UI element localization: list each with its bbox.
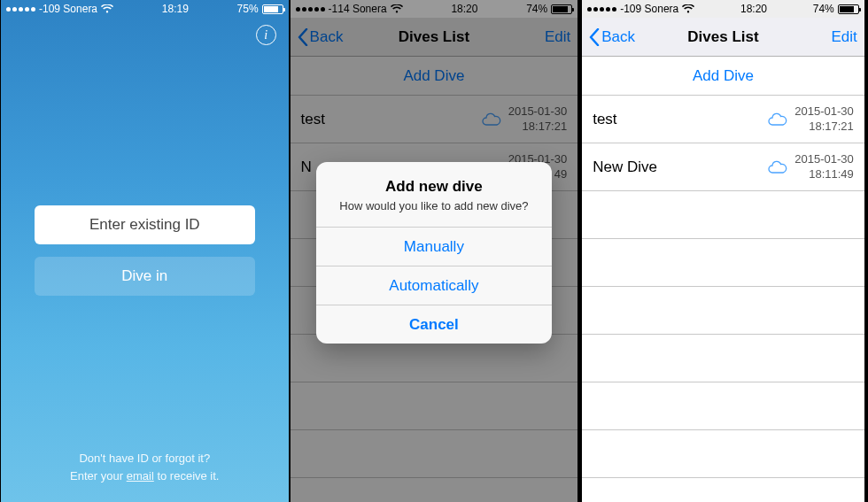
screen-login: -109 Sonera 18:19 75% i Enter existing I… [0,0,290,502]
dive-in-button[interactable]: Dive in [35,257,255,296]
edit-label: Edit [831,28,856,46]
list-item [582,287,864,335]
alert-cancel-button[interactable]: Cancel [316,305,553,344]
nav-bar: Back Dives List Edit [582,18,864,57]
dive-name: New Dive [593,158,657,176]
screen-dives-list: -109 Sonera 18:20 74% Back Dives List Ed… [578,0,868,502]
cloud-icon [768,160,787,174]
screen-dives-alert: -114 Sonera 18:20 74% Back Dives List Ed… [290,0,579,502]
footer-email-link[interactable]: email [127,469,154,483]
clock-label: 18:19 [162,3,189,15]
alert-option-label: Manually [404,238,464,256]
info-icon: i [256,25,276,45]
alert-cancel-label: Cancel [409,316,459,334]
alert-option-label: Automatically [389,277,478,295]
alert-option-automatically[interactable]: Automatically [316,266,553,305]
wifi-icon [101,4,113,13]
dive-date: 2015-01-30 [794,152,854,166]
status-bar: -109 Sonera 18:20 74% [582,0,864,18]
dives-list: Add Dive test 2015-01-3018:17:21 New Div… [582,57,864,502]
dive-name: test [593,111,616,128]
battery-pct: 75% [237,3,259,15]
battery-icon [838,4,859,14]
info-button[interactable]: i [256,25,276,45]
add-dive-button[interactable]: Add Dive [582,57,864,96]
carrier-label: -109 Sonera [39,3,97,15]
dive-date: 2015-01-30 [794,104,854,119]
footer-prefix: Enter your [70,469,127,483]
add-dive-label: Add Dive [693,67,754,85]
list-item [582,191,864,239]
back-label: Back [601,28,635,46]
signal-dots-icon [6,7,35,12]
list-item[interactable]: New Dive 2015-01-3018:11:49 [582,143,864,191]
alert-message: How would you like to add new dive? [330,199,539,212]
list-item [582,430,864,478]
dive-time: 18:17:21 [809,120,854,134]
dive-time: 18:11:49 [809,167,854,181]
back-button[interactable]: Back [589,28,635,46]
add-dive-alert: Add new dive How would you like to add n… [316,162,553,344]
battery-pct: 74% [813,3,834,15]
carrier-label: -109 Sonera [620,3,678,15]
list-item[interactable]: test 2015-01-3018:17:21 [582,96,864,143]
alert-option-manually[interactable]: Manually [316,227,553,266]
list-item [582,239,864,287]
wifi-icon [682,4,694,13]
chevron-left-icon [589,28,600,46]
clock-label: 18:20 [740,3,767,15]
footer-suffix: to receive it. [154,469,220,483]
status-bar: -109 Sonera 18:19 75% [1,0,289,18]
edit-button[interactable]: Edit [831,28,856,46]
dive-in-label: Dive in [121,267,167,285]
list-item [582,382,864,430]
battery-icon [262,4,283,14]
enter-id-label: Enter existing ID [89,216,200,234]
enter-id-button[interactable]: Enter existing ID [35,205,255,244]
login-footer: Don't have ID or forgot it? Enter your e… [1,450,289,484]
cloud-icon [768,112,787,126]
alert-title: Add new dive [330,178,539,196]
list-item [582,335,864,382]
signal-dots-icon [587,7,616,12]
footer-line1: Don't have ID or forgot it? [1,450,289,467]
